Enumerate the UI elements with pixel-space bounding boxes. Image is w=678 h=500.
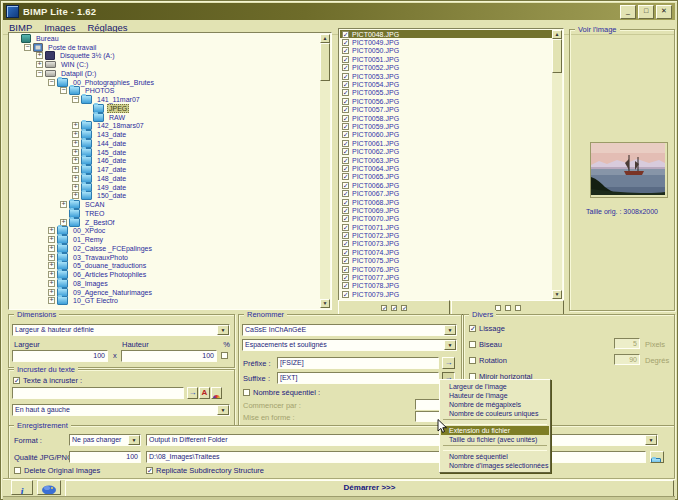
deselect-all-button[interactable] <box>451 300 564 315</box>
tree-item[interactable]: +148_date <box>10 174 320 183</box>
file-checkbox[interactable]: ✓ <box>342 73 349 80</box>
file-item[interactable]: ✓PICT0077.JPG <box>340 273 552 281</box>
file-item[interactable]: ✓PICT0055.JPG <box>340 89 552 97</box>
tree-item[interactable]: +08_Images <box>10 279 320 288</box>
tree-item[interactable]: +143_date <box>10 130 320 139</box>
file-item[interactable]: ✓PICT0057.JPG <box>340 106 552 114</box>
tree-item[interactable]: RAW <box>10 113 320 122</box>
insert-variable-button[interactable]: → <box>187 387 198 399</box>
file-item[interactable]: ✓PICT0061.JPG <box>340 139 552 147</box>
collapse-icon[interactable]: − <box>24 44 31 51</box>
tree-item[interactable]: −PHOTOS <box>10 87 320 96</box>
file-checkbox[interactable]: ✓ <box>342 106 349 113</box>
file-checkbox[interactable]: ✓ <box>342 64 349 71</box>
output-path-input[interactable]: D:\08_Images\Traitees <box>146 451 646 463</box>
tree-item[interactable]: TREO <box>10 209 320 218</box>
tree-item[interactable]: +145_date <box>10 148 320 157</box>
tree-item[interactable]: +09_Agence_Naturimages <box>10 288 320 297</box>
tree-item[interactable]: +142_18mars07 <box>10 122 320 131</box>
file-checkbox[interactable]: ✓ <box>342 98 349 105</box>
file-item[interactable]: ✓PICT0073.JPG <box>340 240 552 248</box>
tree-item[interactable]: +00_XPdoc <box>10 227 320 236</box>
menu-reglages[interactable]: Réglages <box>81 22 133 33</box>
quality-input[interactable]: 100 <box>69 451 141 463</box>
file-item[interactable]: ✓PICT0064.JPG <box>340 164 552 172</box>
tree-item[interactable]: +WIN (C:) <box>10 60 320 69</box>
file-checkbox[interactable]: ✓ <box>342 266 349 273</box>
tree-item[interactable]: +05_douane_traductions <box>10 262 320 271</box>
file-checkbox[interactable]: ✓ <box>342 207 349 214</box>
tree-item[interactable]: −Datapil (D:) <box>10 69 320 78</box>
font-button[interactable]: A <box>199 387 210 399</box>
file-checkbox[interactable]: ✓ <box>342 131 349 138</box>
sequential-checkbox[interactable] <box>243 389 250 396</box>
tree-item[interactable]: +144_date <box>10 139 320 148</box>
collapse-icon[interactable]: − <box>72 96 79 103</box>
file-item[interactable]: ✓PICT0072.JPG <box>340 231 552 239</box>
maximize-button[interactable]: □ <box>638 5 654 19</box>
chevron-down-icon[interactable]: ▼ <box>645 435 657 445</box>
format-select[interactable]: Ne pas changer ▼ <box>69 434 141 446</box>
file-item[interactable]: ✓PICT0070.JPG <box>340 215 552 223</box>
replicate-structure-checkbox[interactable]: ✓ <box>146 467 153 474</box>
expand-icon[interactable]: + <box>72 184 79 191</box>
text-position-select[interactable]: En haut à gauche ▼ <box>12 404 230 416</box>
scroll-down-icon[interactable]: ▼ <box>552 290 562 299</box>
suffix-input[interactable]: [EXT] <box>277 372 439 384</box>
file-item[interactable]: ✓PICT0052.JPG <box>340 64 552 72</box>
file-item[interactable]: ✓PICT0053.JPG <box>340 72 552 80</box>
file-item[interactable]: ✓PICT0054.JPG <box>340 80 552 88</box>
menu-item[interactable]: Nombre d'images sélectionnées <box>441 461 549 470</box>
file-checkbox[interactable]: ✓ <box>342 173 349 180</box>
tree-item[interactable]: −141_11mar07 <box>10 95 320 104</box>
file-item[interactable]: ✓PICT0067.JPG <box>340 189 552 197</box>
menu-item[interactable]: Nombre de couleurs uniques <box>441 409 549 418</box>
file-checkbox[interactable]: ✓ <box>342 291 349 298</box>
menu-item[interactable]: Nombre de mégapixels <box>441 400 549 409</box>
tree-item[interactable]: Bureau <box>10 34 320 43</box>
file-checkbox[interactable]: ✓ <box>342 224 349 231</box>
file-item[interactable]: ✓PICT0065.JPG <box>340 173 552 181</box>
scroll-up-icon[interactable]: ▲ <box>320 34 330 43</box>
tree-item[interactable]: +10_GT Electro <box>10 297 320 306</box>
tree-item[interactable]: +03_TravauxPhoto <box>10 253 320 262</box>
file-item[interactable]: ✓PICT0051.JPG <box>340 55 552 63</box>
menu-item[interactable]: Hauteur de l'image <box>441 391 549 400</box>
output-mode-select[interactable]: Output in Different Folder ▼ <box>146 434 658 446</box>
expand-icon[interactable]: + <box>72 140 79 147</box>
start-at-input[interactable] <box>415 399 441 410</box>
chevron-down-icon[interactable]: ▼ <box>444 340 456 350</box>
file-checkbox[interactable]: ✓ <box>342 157 349 164</box>
file-checkbox[interactable]: ✓ <box>342 81 349 88</box>
tree-item[interactable]: +Disquette 3½ (A:) <box>10 52 320 61</box>
tree-item[interactable]: −Poste de travail <box>10 43 320 52</box>
menu-item[interactable]: Taille du fichier (avec unités) <box>441 435 549 444</box>
expand-icon[interactable]: + <box>48 227 55 234</box>
prefix-input[interactable]: [FSIZE] <box>277 357 439 369</box>
file-item[interactable]: ✓PICT0049.JPG <box>340 38 552 46</box>
rotate-checkbox[interactable] <box>469 357 476 364</box>
file-item[interactable]: ✓PICT0079.JPG <box>340 290 552 298</box>
scroll-thumb[interactable] <box>552 39 562 73</box>
scroll-thumb[interactable] <box>320 43 330 81</box>
expand-icon[interactable]: + <box>72 149 79 156</box>
menu-item[interactable]: Extension du fichier <box>441 426 549 435</box>
expand-icon[interactable]: + <box>48 236 55 243</box>
minimize-button[interactable]: _ <box>620 5 636 19</box>
file-checkbox[interactable]: ✓ <box>342 47 349 54</box>
scroll-up-icon[interactable]: ▲ <box>552 30 562 39</box>
file-item[interactable]: ✓PICT0062.JPG <box>340 147 552 155</box>
tree-item[interactable]: +149_date <box>10 183 320 192</box>
delete-originals-checkbox[interactable] <box>14 467 21 474</box>
expand-icon[interactable]: + <box>48 271 55 278</box>
file-item[interactable]: ✓PICT0071.JPG <box>340 223 552 231</box>
case-mode-select[interactable]: CaSsE InChAnGéE ▼ <box>242 324 457 336</box>
menu-item[interactable]: Nombre séquentiel <box>441 452 549 461</box>
file-checkbox[interactable]: ✓ <box>342 274 349 281</box>
select-all-button[interactable]: ✓ ✓ ✓ <box>338 300 450 315</box>
expand-icon[interactable]: + <box>60 201 67 208</box>
expand-icon[interactable]: + <box>48 280 55 287</box>
donate-button[interactable] <box>37 480 61 495</box>
expand-icon[interactable]: + <box>72 157 79 164</box>
bevel-checkbox[interactable] <box>469 341 476 348</box>
